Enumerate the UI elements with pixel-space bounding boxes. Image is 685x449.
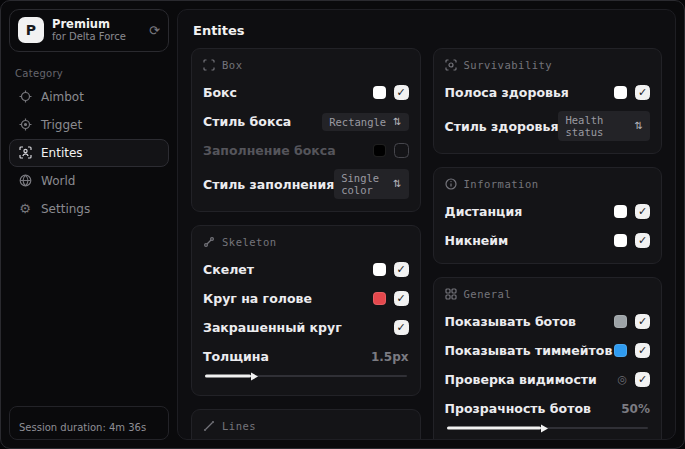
card-skeleton: Skeleton Скелет ✓ Круг на голове ✓	[191, 225, 421, 396]
checkbox[interactable]: ✓	[394, 85, 409, 100]
thickness-slider[interactable]	[205, 371, 407, 381]
checkbox[interactable]: ✓	[635, 233, 650, 248]
color-swatch[interactable]	[373, 292, 386, 305]
card-information: Information Дистанция ✓ Никнейм ✓	[433, 167, 663, 264]
color-swatch[interactable]	[614, 344, 627, 357]
setting-row: Показывать тиммейтов ✓	[445, 340, 651, 361]
card-title: General	[464, 288, 512, 300]
unfold-icon: ⇅	[393, 179, 401, 189]
card-title: Information	[464, 178, 539, 190]
sidebar-item-label: Aimbot	[41, 90, 84, 104]
grid-icon	[445, 288, 457, 300]
session-duration-label: Session duration: 4m 36s	[19, 422, 146, 433]
card-survivability: Survivability Полоса здоровья ✓ Стиль зд…	[433, 48, 663, 154]
sidebar-item-label: Entites	[41, 146, 83, 160]
setting-label: Стиль бокса	[203, 114, 291, 129]
checkbox[interactable]: ✓	[635, 314, 650, 329]
setting-row: Закрашенный круг ✓	[203, 317, 409, 338]
card-title: Survivability	[464, 59, 553, 71]
checkbox[interactable]: ✓	[394, 262, 409, 277]
checkbox[interactable]: ✓	[394, 320, 409, 335]
card-lines: Lines Линия до врага ⚙ ✓ Линия взгляда ⚙	[191, 409, 421, 440]
setting-row: Стиль здоровья Health status ⇅	[445, 111, 651, 141]
setting-label: Полоса здоровья	[445, 85, 569, 100]
setting-label: Скелет	[203, 262, 254, 277]
globe-icon	[18, 174, 32, 187]
bot-opacity-slider[interactable]	[447, 423, 649, 433]
setting-row: Стиль заполнения Single color ⇅	[203, 169, 409, 199]
bone-icon	[203, 236, 215, 248]
setting-label: Проверка видимости	[445, 372, 597, 387]
sidebar-item-world[interactable]: World	[9, 167, 169, 195]
color-swatch[interactable]	[614, 315, 627, 328]
sidebar-item-aimbot[interactable]: Aimbot	[9, 83, 169, 111]
setting-label: Дистанция	[445, 204, 523, 219]
trigger-icon	[18, 118, 32, 131]
box-icon	[203, 59, 215, 71]
setting-label: Показывать ботов	[445, 314, 576, 329]
setting-label: Круг на голове	[203, 291, 312, 306]
checkbox[interactable]: ✓	[635, 372, 650, 387]
refresh-icon[interactable]: ⟳	[149, 23, 160, 38]
slider-value: 1.5px	[371, 350, 409, 364]
line-icon	[203, 420, 215, 432]
setting-label: Никнейм	[445, 233, 509, 248]
sidebar-item-trigget[interactable]: Trigget	[9, 111, 169, 139]
color-swatch[interactable]	[373, 86, 386, 99]
setting-row: Проверка видимости ◎ ✓	[445, 369, 651, 390]
dropdown-value: Health status	[565, 114, 627, 138]
card-title: Box	[222, 59, 242, 71]
app-subtitle: for Delta Force	[52, 31, 141, 44]
checkbox[interactable]: ✓	[635, 343, 650, 358]
health-style-dropdown[interactable]: Health status ⇅	[558, 111, 650, 141]
setting-label: Бокс	[203, 85, 237, 100]
color-swatch[interactable]	[614, 86, 627, 99]
checkbox[interactable]: ✓	[394, 143, 409, 158]
slider-row: Прозрачность ботов 50%	[445, 398, 651, 433]
main-panel: Entites Box Бокс	[177, 9, 676, 440]
setting-label: Закрашенный круг	[203, 320, 342, 335]
sidebar-item-settings[interactable]: ⚙ Settings	[9, 195, 169, 223]
visibility-icon[interactable]: ◎	[617, 373, 627, 386]
app-title: Premium	[52, 17, 141, 31]
info-icon	[445, 178, 457, 190]
setting-row: Скелет ✓	[203, 259, 409, 280]
checkbox[interactable]: ✓	[635, 85, 650, 100]
setting-row: Показывать ботов ✓	[445, 311, 651, 332]
setting-row: Бокс ✓	[203, 82, 409, 103]
setting-row: Круг на голове ✓	[203, 288, 409, 309]
setting-row: Никнейм ✓	[445, 230, 651, 251]
card-box: Box Бокс ✓ Стиль бокса Rectangle ⇅	[191, 48, 421, 212]
fill-style-dropdown[interactable]: Single color ⇅	[334, 169, 408, 199]
setting-label: Показывать тиммейтов	[445, 343, 613, 358]
color-swatch[interactable]	[373, 144, 386, 157]
setting-label: Стиль здоровья	[445, 119, 559, 134]
slider-value: 50%	[621, 402, 650, 416]
sidebar-item-label: Settings	[41, 202, 90, 216]
color-swatch[interactable]	[614, 234, 627, 247]
unfold-icon: ⇅	[635, 121, 643, 131]
checkbox[interactable]: ✓	[635, 204, 650, 219]
slider-row: Толщина 1.5px	[203, 346, 409, 381]
slider-fill	[447, 427, 542, 430]
card-title: Lines	[222, 420, 256, 432]
setting-label: Стиль заполнения	[203, 177, 334, 192]
setting-label: Заполнение бокса	[203, 143, 336, 158]
setting-row: Заполнение бокса ✓	[203, 140, 409, 161]
crosshair-icon	[18, 90, 32, 103]
card-title: Skeleton	[222, 236, 277, 248]
setting-label: Толщина	[203, 349, 269, 364]
color-swatch[interactable]	[373, 263, 386, 276]
checkbox[interactable]: ✓	[394, 291, 409, 306]
sidebar-nav: Aimbot Trigget Entites	[9, 83, 169, 223]
sidebar-item-entites[interactable]: Entites	[9, 139, 169, 167]
health-scan-icon	[445, 59, 457, 71]
premium-card: P Premium for Delta Force ⟳	[9, 9, 169, 52]
slider-fill	[205, 375, 251, 378]
page-title: Entites	[193, 23, 662, 38]
sidebar-item-label: Trigget	[41, 118, 82, 132]
box-style-dropdown[interactable]: Rectangle ⇅	[322, 113, 408, 131]
category-label: Category	[15, 68, 169, 79]
setting-row: Стиль бокса Rectangle ⇅	[203, 111, 409, 132]
color-swatch[interactable]	[614, 205, 627, 218]
